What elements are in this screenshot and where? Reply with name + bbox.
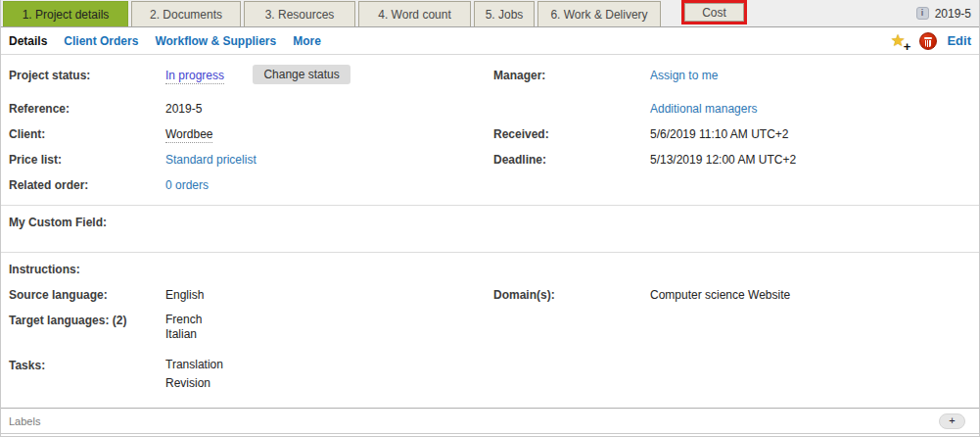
row-instructions: Instructions: <box>1 262 979 287</box>
row-related-order: Related order: 0 orders <box>1 177 979 203</box>
row-status-manager: Project status: In progress Change statu… <box>1 68 979 101</box>
tab-resources[interactable]: 3. Resources <box>244 1 355 26</box>
source-language-label: Source language: <box>9 287 165 303</box>
labels-title: Labels <box>9 415 40 427</box>
plus-overlay-icon: + <box>904 41 911 53</box>
annotation-highlight-box: Cost <box>681 0 747 24</box>
reference-value: 2019-5 <box>165 101 493 117</box>
row-target-languages: Target languages: (2) French Italian <box>1 313 979 352</box>
tab-jobs[interactable]: 5. Jobs <box>474 1 535 26</box>
subnav-item-workflow-suppliers[interactable]: Workflow & Suppliers <box>155 34 276 48</box>
add-label-button[interactable]: + <box>939 413 965 429</box>
reference-label: Reference: <box>9 101 165 117</box>
tab-work-delivery[interactable]: 6. Work & Delivery <box>537 1 661 26</box>
domains-label: Domain(s): <box>493 287 650 303</box>
info-icon[interactable]: i <box>916 7 929 20</box>
subnav-item-details[interactable]: Details <box>9 34 47 48</box>
tab-word-count[interactable]: 4. Word count <box>358 1 471 26</box>
deadline-value: 5/13/2019 12:00 AM UTC+2 <box>650 152 979 168</box>
labels-bar: Labels + <box>1 408 979 434</box>
price-list-label: Price list: <box>9 152 165 168</box>
received-label: Received: <box>493 126 650 142</box>
additional-managers-link[interactable]: Additional managers <box>650 102 757 116</box>
project-status-label: Project status: <box>9 68 165 83</box>
row-tasks: Tasks: Translation Revision <box>1 358 979 403</box>
tab-bar: 1. Project details 2. Documents 3. Resou… <box>1 0 979 27</box>
row-reference-managers: Reference: 2019-5 Additional managers <box>1 101 979 126</box>
client-value[interactable]: Wordbee <box>165 127 212 143</box>
target-language-item: French <box>165 313 493 327</box>
project-reference: 2019-5 <box>935 7 971 21</box>
assign-to-me-link[interactable]: Assign to me <box>650 69 718 82</box>
instructions-label: Instructions: <box>9 262 165 277</box>
domains-value: Computer science Website <box>650 287 979 303</box>
row-client-received: Client: Wordbee Received: 5/6/2019 11:10… <box>1 126 979 152</box>
target-languages-label: Target languages: (2) <box>9 313 165 328</box>
project-details-page: 1. Project details 2. Documents 3. Resou… <box>0 0 980 437</box>
tabstrip-right: i 2019-5 <box>916 0 979 26</box>
subnav-item-more[interactable]: More <box>293 34 321 48</box>
tab-project-details[interactable]: 1. Project details <box>3 1 128 26</box>
details-panel: Project status: In progress Change statu… <box>1 55 979 408</box>
tab-cost[interactable]: Cost <box>684 3 744 22</box>
row-pricelist-deadline: Price list: Standard pricelist Deadline:… <box>1 152 979 177</box>
price-list-link[interactable]: Standard pricelist <box>165 153 257 167</box>
source-language-value: English <box>165 287 493 303</box>
task-item: Translation <box>165 358 493 372</box>
client-label: Client: <box>9 126 165 142</box>
target-language-item: Italian <box>165 327 493 342</box>
related-order-link[interactable]: 0 orders <box>165 178 209 192</box>
task-item: Revision <box>165 376 493 391</box>
change-status-button[interactable]: Change status <box>253 65 350 84</box>
delete-project-icon[interactable] <box>919 32 937 50</box>
edit-button[interactable]: Edit <box>947 33 971 48</box>
favorite-add-icon[interactable]: ★+ <box>890 32 910 50</box>
row-custom-field: My Custom Field: <box>1 215 979 240</box>
subnav-item-client-orders[interactable]: Client Orders <box>64 34 138 48</box>
subnav: Details Client Orders Workflow & Supplie… <box>1 27 979 55</box>
tab-documents[interactable]: 2. Documents <box>131 1 241 26</box>
received-value: 5/6/2019 11:10 AM UTC+2 <box>650 126 979 142</box>
deadline-label: Deadline: <box>493 152 650 168</box>
related-order-label: Related order: <box>9 177 165 193</box>
tasks-label: Tasks: <box>9 358 165 373</box>
subnav-actions: ★+ Edit <box>890 32 971 50</box>
row-source-domain: Source language: English Domain(s): Comp… <box>1 287 979 313</box>
custom-field-label: My Custom Field: <box>9 215 165 230</box>
project-status-value[interactable]: In progress <box>165 69 224 84</box>
manager-label: Manager: <box>493 68 650 83</box>
